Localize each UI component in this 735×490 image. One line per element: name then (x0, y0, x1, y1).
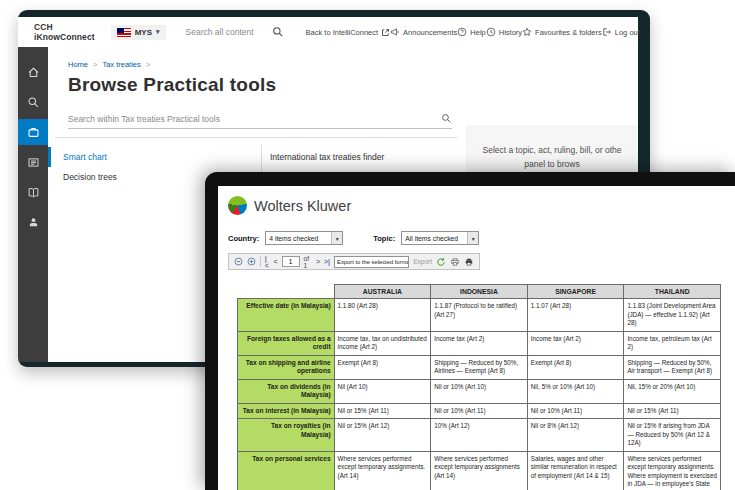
history-link[interactable]: History (486, 27, 522, 37)
table-cell: Income tax, tax on undistributed income … (334, 331, 431, 355)
divider (55, 137, 457, 138)
export-format-value: Export to the selected format (337, 259, 409, 265)
breadcrumb-home[interactable]: Home (68, 60, 88, 69)
table-cell: Nil or 15% (Art 11) (334, 403, 431, 419)
screenshot-stage: CCH iKnowConnect MYS ▾ Back to IntelliCo… (0, 0, 735, 490)
region-selector[interactable]: MYS ▾ (111, 25, 166, 40)
help-icon (457, 27, 467, 37)
table-row: Tax on interest (in Malaysia)Nil or 15% … (238, 403, 721, 419)
megaphone-icon (390, 27, 400, 37)
wolters-kluwer-wordmark: Wolters Kluwer (254, 198, 351, 214)
topic-select[interactable]: All items checked ▾ (401, 231, 479, 245)
search-icon[interactable] (272, 26, 284, 38)
page-number-input[interactable] (282, 256, 300, 267)
breadcrumb-separator: > (146, 60, 150, 69)
print-layout-icon[interactable] (450, 257, 460, 267)
topbar-links: Back to IntelliConnect Announcements Hel… (306, 27, 640, 37)
table-cell: 10% (Art 12) (431, 419, 528, 452)
international-tax-treaties-finder-link[interactable]: International tax treaties finder (270, 152, 384, 162)
logout-icon (602, 27, 612, 37)
next-page-button[interactable]: > (316, 258, 320, 265)
table-cell: Exempt (Art 8) (527, 355, 624, 379)
app-brand: CCH iKnowConnect (34, 22, 95, 42)
row-header-cell: Tax on interest (in Malaysia) (238, 403, 335, 419)
table-row: Tax on royalties (in Malaysia)Nil or 15%… (238, 419, 721, 452)
book-icon (27, 186, 40, 199)
page-title: Browse Practical tools (68, 74, 638, 96)
app-topbar: CCH iKnowConnect MYS ▾ Back to IntelliCo… (18, 17, 638, 47)
export-button[interactable]: Export (413, 258, 432, 265)
favourites-folders-link[interactable]: Favourites & folders (522, 27, 602, 37)
table-cell: Where services performed except temporar… (334, 451, 431, 490)
zoom-in-icon[interactable] (247, 257, 256, 266)
table-cell: Income tax, petroleum tax (Art 2) (624, 331, 721, 355)
logout-link[interactable]: Log out (602, 27, 640, 37)
wolters-kluwer-logo: Wolters Kluwer (228, 196, 735, 215)
previous-page-button[interactable]: < (273, 258, 277, 265)
malaysia-flag-icon (117, 28, 131, 37)
search-icon (27, 96, 40, 109)
table-cell: Nil, 15% or 20% (Art 10) (624, 379, 721, 403)
column-header-cell: THAILAND (624, 285, 721, 299)
back-to-intelliconnect-link[interactable]: Back to IntelliConnect (306, 28, 391, 37)
chevron-down-icon: ▾ (331, 232, 342, 244)
table-cell: Where services performed except temporar… (431, 451, 528, 490)
nav-item-smart-chart[interactable]: Smart chart (48, 147, 261, 167)
table-cell: Nil or 15% if arising from JDA — Reduced… (624, 419, 721, 452)
table-cell: 1.1.83 (Joint Development Area (JDA) — e… (624, 299, 721, 332)
tools-search (68, 113, 452, 129)
info-panel-text: Select a topic, act, ruling, bill, or ot… (466, 143, 638, 172)
history-icon (486, 27, 496, 37)
zoom-out-icon[interactable] (234, 257, 243, 266)
export-format-select[interactable]: Export to the selected format ▾ (334, 256, 409, 268)
sidebar-item-stamp[interactable] (18, 209, 48, 235)
briefcase-icon (27, 126, 40, 139)
table-cell: Nil or 15% (Art 12) (334, 419, 431, 452)
country-select[interactable]: 4 items checked ▾ (265, 231, 343, 245)
breadcrumb-tax-treaties[interactable]: Tax treaties (102, 60, 140, 69)
table-cell: 1.1.07 (Art 28) (527, 299, 624, 332)
row-header-cell: Foreign taxes allowed as a credit (238, 331, 335, 355)
table-row: Tax on dividends (in Malaysia)Nil (Art 1… (238, 379, 721, 403)
table-row: Tax on shipping and airline operationsEx… (238, 355, 721, 379)
chevron-down-icon: ▾ (467, 232, 478, 244)
table-cell: Shipping — Reduced by 50%, Airlines — Ex… (431, 355, 528, 379)
table-corner-cell (238, 285, 335, 299)
tools-search-input[interactable] (68, 114, 398, 124)
row-header-cell: Tax on royalties (in Malaysia) (238, 419, 335, 452)
table-cell: Exempt (Art 8) (334, 355, 431, 379)
topic-label: Topic: (373, 234, 395, 243)
search-icon[interactable] (441, 113, 452, 124)
filter-bar: Country: 4 items checked ▾ Topic: All it… (228, 231, 735, 245)
sidebar-item-books[interactable] (18, 179, 48, 205)
first-page-button[interactable]: |< (265, 255, 270, 269)
table-row: Foreign taxes allowed as a creditIncome … (238, 331, 721, 355)
sidebar-item-home[interactable] (18, 59, 48, 85)
table-cell: Income tax (Art 2) (431, 331, 528, 355)
table-cell: Salaries, wages and other similar remune… (527, 451, 624, 490)
external-link-icon (381, 28, 390, 37)
home-icon (27, 66, 40, 79)
topic-select-value: All items checked (405, 235, 458, 242)
sidebar-item-practical-tools[interactable] (18, 119, 48, 145)
info-panel-line1: Select a topic, act, ruling, bill, or ot… (470, 143, 634, 157)
table-row: Tax on personal servicesWhere services p… (238, 451, 721, 490)
last-page-button[interactable]: >| (324, 258, 330, 265)
link-label: Back to IntelliConnect (306, 28, 379, 37)
link-label: History (499, 28, 522, 37)
announcements-link[interactable]: Announcements (390, 27, 457, 37)
link-label: Help (470, 28, 485, 37)
newspaper-icon (27, 156, 40, 169)
column-header-cell: AUSTRALIA (334, 285, 431, 299)
table-cell: Shipping — Reduced by 50%, Air transport… (624, 355, 721, 379)
help-link[interactable]: Help (457, 27, 485, 37)
printer-icon[interactable] (464, 257, 474, 267)
refresh-icon[interactable] (436, 257, 446, 267)
link-label: Favourites & folders (535, 28, 602, 37)
country-label: Country: (228, 234, 259, 243)
table-cell: Nil or 15% (Art 11) (624, 403, 721, 419)
global-search-input[interactable] (186, 27, 272, 37)
sidebar-item-search[interactable] (18, 89, 48, 115)
sidebar-item-news[interactable] (18, 149, 48, 175)
app-sidebar (18, 47, 48, 362)
